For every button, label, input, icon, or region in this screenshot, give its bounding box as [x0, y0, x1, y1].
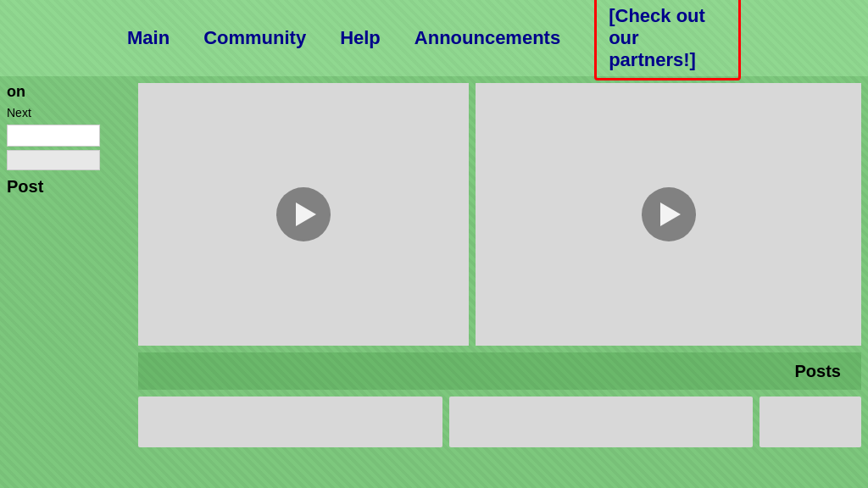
navbar: Main Community Help Announcements [Check…	[0, 0, 868, 76]
main-content: on Next Post	[0, 76, 868, 488]
sidebar-on-label: on	[7, 83, 125, 101]
play-button-left[interactable]	[276, 187, 331, 241]
sidebar-input-1[interactable]	[7, 125, 100, 147]
bottom-card-1	[138, 396, 442, 447]
bottom-row	[138, 396, 861, 488]
play-button-right[interactable]	[642, 187, 696, 241]
left-sidebar: on Next Post	[0, 76, 131, 488]
video-panel-right	[476, 83, 861, 346]
posts-label: Posts	[795, 362, 841, 381]
nav-help[interactable]: Help	[340, 27, 381, 49]
nav-announcements[interactable]: Announcements	[415, 27, 560, 49]
nav-community[interactable]: Community	[203, 27, 306, 49]
center-area: Posts	[131, 76, 868, 488]
sidebar-post-label: Post	[7, 177, 125, 197]
play-triangle-right	[660, 202, 681, 226]
sidebar-input-2	[7, 150, 100, 170]
sidebar-next-label: Next	[7, 106, 125, 119]
bottom-card-3	[760, 396, 861, 447]
nav-partners[interactable]: [Check out our partners!]	[594, 0, 741, 80]
bottom-card-2	[449, 396, 754, 447]
page-wrapper: Main Community Help Announcements [Check…	[0, 0, 868, 488]
posts-bar: Posts	[138, 352, 861, 390]
video-panel-left	[138, 83, 469, 346]
video-row	[138, 83, 861, 346]
play-triangle-left	[296, 202, 316, 226]
nav-main[interactable]: Main	[127, 27, 170, 49]
